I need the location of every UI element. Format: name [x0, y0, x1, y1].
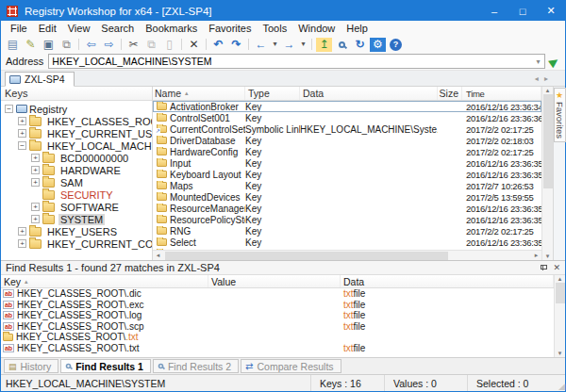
result-tab-find-results-1[interactable]: Find Results 1	[60, 359, 151, 373]
key-row-driverdatabase[interactable]: DriverDatabaseKey2017/2/2 02:18:03	[153, 135, 541, 146]
tree-item-registry[interactable]: −Registry	[1, 103, 152, 115]
tree-item-hkey-classes-root[interactable]: +HKEY_CLASSES_ROOT	[1, 115, 152, 127]
menu-window[interactable]: Window	[292, 22, 341, 35]
expand-icon[interactable]: +	[18, 117, 26, 125]
menu-bookmarks[interactable]: Bookmarks	[140, 22, 203, 35]
find-vertical-scrollbar[interactable]: ▴ ▾	[554, 275, 565, 357]
vertical-scrollbar[interactable]: ▴ ▾	[541, 87, 553, 260]
menu-edit[interactable]: Edit	[33, 22, 62, 35]
open-registry-icon[interactable]: ▤	[4, 37, 22, 53]
vertical-scroll-thumb[interactable]	[543, 94, 553, 188]
menu-view[interactable]: View	[62, 22, 96, 35]
result-tab-history[interactable]: ▤History	[4, 359, 58, 373]
key-row-hardwareconfig[interactable]: HardwareConfigKey2017/2/2 02:17:25	[153, 146, 541, 157]
add-favorite-icon[interactable]: ↥	[316, 38, 332, 52]
tree-item-sam[interactable]: +SAM	[1, 176, 152, 188]
result-tab-find-results-2[interactable]: Find Results 2	[153, 359, 239, 373]
address-input[interactable]	[49, 56, 532, 67]
key-row-select[interactable]: SelectKey2016/12/16 23:36:35	[153, 237, 541, 248]
menu-search[interactable]: Search	[95, 22, 140, 35]
maximize-button[interactable]: □	[508, 1, 537, 21]
undo-icon[interactable]: ↶	[209, 37, 227, 53]
redo-icon[interactable]: ↷	[227, 37, 245, 53]
copy-icon[interactable]: ⧉	[142, 37, 160, 53]
menu-tools[interactable]: Tools	[258, 22, 293, 35]
horizontal-scroll-thumb[interactable]	[165, 252, 448, 260]
pin-icon[interactable]	[539, 264, 547, 272]
find-scroll-up-icon[interactable]: ▴	[555, 275, 565, 283]
column-header-key[interactable]: Key▴	[1, 275, 208, 287]
session-tab-zxl-sp4[interactable]: ZXL-SP4	[5, 72, 75, 87]
go-arrow-icon[interactable]: ▶	[543, 52, 564, 72]
find-scroll-thumb[interactable]	[556, 283, 565, 303]
column-header-name[interactable]: Name▴	[153, 87, 245, 100]
save-icon[interactable]: ▣	[40, 37, 58, 53]
edit-icon[interactable]: ✎	[22, 37, 40, 53]
forward-icon[interactable]: →	[280, 37, 298, 53]
menu-favorites[interactable]: Favorites	[203, 22, 257, 35]
key-row-keyboard-layout[interactable]: Keyboard LayoutKey2016/12/16 23:36:35	[153, 169, 541, 180]
expand-icon[interactable]: +	[31, 203, 40, 211]
tree-item-system[interactable]: +SYSTEM	[1, 213, 152, 225]
column-header-data[interactable]: Data	[341, 275, 554, 287]
prev-key-icon[interactable]: ⇦	[82, 37, 100, 53]
tree-item-hkey-users[interactable]: +HKEY_USERS	[1, 225, 152, 237]
forward-history-dropdown-icon[interactable]: ▾	[298, 37, 308, 53]
tree-item-hkey-local-machine[interactable]: −HKEY_LOCAL_MACHINE	[1, 139, 152, 152]
favorites-tab[interactable]: ★ Favorites	[554, 88, 566, 142]
column-header-value[interactable]: Value	[208, 275, 341, 287]
find-result-row[interactable]: abHKEY_CLASSES_ROOT\.scptxtfile	[1, 321, 554, 333]
menu-file[interactable]: File	[5, 22, 33, 35]
key-row-rng[interactable]: RNGKey2017/2/2 02:17:25	[153, 225, 541, 237]
resize-grip[interactable]: ◢	[554, 375, 565, 391]
result-tab-compare-results[interactable]: ⇄Compare Results	[241, 359, 341, 373]
tree-item-hkey-current-config[interactable]: +HKEY_CURRENT_CONFIG	[1, 237, 152, 250]
export-icon[interactable]: ⧉	[58, 37, 75, 53]
scroll-left-icon[interactable]: ◂	[153, 252, 163, 259]
expand-icon[interactable]: +	[18, 227, 26, 236]
expand-icon[interactable]: +	[18, 239, 26, 248]
tree-item-bcd00000000[interactable]: +BCD00000000	[1, 152, 152, 164]
key-row-resourcemanager[interactable]: ResourceManagerKey2016/12/16 23:36:35	[153, 203, 541, 214]
delete-icon[interactable]: ✕	[185, 37, 203, 53]
cut-icon[interactable]: ✂	[125, 37, 142, 53]
expand-icon[interactable]: +	[31, 178, 40, 187]
expand-icon[interactable]: +	[31, 154, 40, 162]
scroll-right-icon[interactable]: ▸	[531, 252, 541, 259]
find-result-row[interactable]: abHKEY_CLASSES_ROOT\.txttxtfile	[1, 343, 554, 354]
key-row-mounteddevices[interactable]: MountedDevicesKey2017/2/5 13:59:55	[153, 191, 541, 203]
tree-item-software[interactable]: +SOFTWARE	[1, 201, 152, 213]
panel-close-icon[interactable]: ✕	[553, 263, 560, 272]
close-button[interactable]: ✕	[537, 1, 565, 21]
key-row-activationbroker[interactable]: ActivationBrokerKey2016/12/16 23:36:34	[153, 101, 541, 112]
key-row-maps[interactable]: MapsKey2017/2/7 10:26:53	[153, 180, 541, 191]
column-header-size[interactable]: Size	[438, 87, 462, 100]
key-row-resourcepolicystore[interactable]: ResourcePolicyStoreKey2016/12/16 23:36:3…	[153, 214, 541, 225]
collapse-icon[interactable]: −	[18, 141, 26, 150]
horizontal-scrollbar[interactable]: ◂ ▸	[153, 250, 541, 260]
find-result-row[interactable]: abHKEY_CLASSES_ROOT\.exctxtfile	[1, 300, 554, 311]
key-row-input[interactable]: InputKey2016/12/16 23:36:35	[153, 157, 541, 169]
scroll-down-icon[interactable]: ▾	[542, 253, 553, 260]
key-row-controlset001[interactable]: ControlSet001Key2016/12/16 23:36:36	[153, 112, 541, 123]
minimize-button[interactable]: –	[480, 1, 508, 21]
paste-icon[interactable]: ▯	[160, 37, 178, 53]
collapse-icon[interactable]: −	[5, 105, 13, 113]
menu-help[interactable]: Help	[341, 22, 374, 35]
search-icon[interactable]	[333, 37, 351, 53]
expand-icon[interactable]: +	[31, 166, 40, 174]
next-key-icon[interactable]: ⇨	[100, 37, 118, 53]
back-history-dropdown-icon[interactable]: ▾	[270, 37, 280, 53]
help-icon[interactable]: ?	[387, 37, 405, 53]
tree-item-hardware[interactable]: +HARDWARE	[1, 164, 152, 176]
key-row-currentcontrolset[interactable]: CurrentControlSetSymbolic LinkHKEY_LOCAL…	[153, 123, 541, 135]
refresh-icon[interactable]: ↻	[351, 37, 369, 53]
column-header-data[interactable]: Data	[300, 87, 438, 100]
expand-icon[interactable]: +	[31, 215, 40, 223]
expand-icon[interactable]: +	[18, 129, 26, 138]
column-header-type[interactable]: Type	[245, 87, 300, 100]
find-result-row[interactable]: HKEY_CLASSES_ROOT\.txt	[1, 332, 554, 343]
find-result-row[interactable]: abHKEY_CLASSES_ROOT\.dictxtfile	[1, 288, 554, 300]
tree-item-hkey-current-user[interactable]: +HKEY_CURRENT_USER	[1, 127, 152, 139]
scroll-up-icon[interactable]: ▴	[542, 87, 553, 94]
